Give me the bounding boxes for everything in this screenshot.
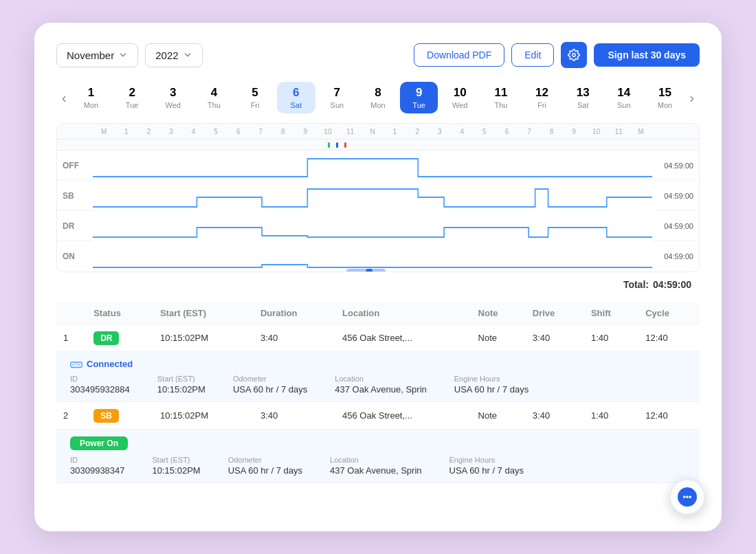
row-time-sb: 04:59:00 [652, 192, 699, 200]
ruler-tick: 4 [182, 128, 205, 135]
chevron-down-icon [183, 50, 192, 60]
row-label-off: OFF [57, 161, 93, 170]
row-shift: 1:40 [584, 324, 638, 352]
row-chart-on [93, 241, 652, 272]
ruler-tick: 4 [451, 128, 474, 135]
header-left: November 2022 [56, 43, 203, 67]
table-header-cell: Note [471, 302, 526, 324]
chevron-down-icon [118, 50, 128, 60]
ruler-tick: 5 [474, 128, 496, 135]
total-value: 04:59:00 [653, 279, 691, 290]
row-num: 1 [56, 324, 87, 352]
row-label-dr: DR [57, 221, 93, 231]
sub-info-row: Connected ID 303495932884 Start (EST) 10… [56, 352, 700, 402]
day-cell-2[interactable]: 2Tue [113, 82, 151, 113]
table-header-cell: Shift [584, 302, 638, 324]
ruler-tick: M [93, 128, 115, 135]
chat-button[interactable] [669, 479, 705, 515]
table-header-cell: Location [335, 302, 471, 324]
sub-engine-col: Engine Hours USA 60 hr / 7 days [454, 375, 529, 395]
row-duration: 3:40 [254, 324, 335, 352]
table-header-cell: Start (EST) [153, 302, 254, 324]
day-cell-4[interactable]: 4Thu [195, 82, 234, 113]
day-cell-15[interactable]: 15Mon [646, 82, 685, 113]
row-location: 456 Oak Street,... [335, 324, 471, 352]
row-chart-dr [93, 211, 652, 241]
ruler-tick: 1 [383, 128, 406, 135]
day-cell-8[interactable]: 8Mon [359, 82, 397, 113]
sign-last-30-button[interactable]: Sign last 30 days [594, 43, 700, 67]
sub-engine-col: Engine Hours USA 60 hr / 7 days [449, 456, 524, 476]
svg-rect-2 [366, 269, 373, 272]
ruler-tick: 10 [585, 128, 608, 135]
row-chart-sb [93, 181, 652, 211]
day-cells: 1Mon2Tue3Wed4Thu5Fri6Sat7Sun8Mon9Tue10We… [72, 82, 685, 113]
table-header-row: StatusStart (EST)DurationLocationNoteDri… [56, 302, 700, 324]
row-note: Note [471, 324, 526, 352]
edit-button[interactable]: Edit [511, 43, 554, 67]
timeline-row-dr: DR 04:59:00 [57, 211, 699, 241]
timeline-row-sb: SB 04:59:00 [57, 181, 699, 211]
status-badge: DR [93, 331, 119, 345]
ruler-tick: 9 [563, 128, 586, 135]
day-cell-10[interactable]: 10Wed [441, 82, 479, 113]
sub-id-col: ID 30309938347 [70, 456, 125, 476]
power-on-badge: Power On [70, 436, 128, 450]
year-dropdown[interactable]: 2022 [145, 43, 202, 67]
day-cell-13[interactable]: 13Sat [564, 82, 602, 113]
row-time-off: 04:59:00 [652, 162, 699, 170]
settings-button[interactable] [561, 42, 587, 68]
row-start: 10:15:02PM [153, 402, 254, 430]
sub-info-cols: ID 303495932884 Start (EST) 10:15:02PM O… [70, 375, 693, 395]
ruler-tick: 7 [249, 128, 272, 135]
ruler-tick: 8 [540, 128, 563, 135]
ruler-row: M1234567891011N1234567891011M [93, 124, 652, 139]
row-location: 456 Oak Street,... [335, 402, 471, 430]
total-row: Total: 04:59:00 [56, 272, 700, 296]
download-pdf-button[interactable]: Download PDF [414, 43, 504, 67]
next-arrow[interactable]: › [684, 90, 700, 106]
table-row: 2 SB 10:15:02PM 3:40 456 Oak Street,... … [56, 402, 700, 430]
day-cell-9[interactable]: 9Tue [400, 82, 438, 113]
table-row: 1 DR 10:15:02PM 3:40 456 Oak Street,... … [56, 324, 700, 352]
ruler-tick: 10 [317, 128, 340, 135]
row-time-dr: 04:59:00 [652, 222, 699, 230]
day-cell-14[interactable]: 14Sun [605, 82, 643, 113]
gear-icon [568, 49, 580, 61]
month-dropdown[interactable]: November [56, 43, 138, 67]
month-label: November [67, 49, 114, 61]
calendar-nav: ‹ 1Mon2Tue3Wed4Thu5Fri6Sat7Sun8Mon9Tue10… [56, 82, 700, 113]
row-drive: 3:40 [526, 324, 584, 352]
ruler-tick: 7 [518, 128, 541, 135]
log-table: StatusStart (EST)DurationLocationNoteDri… [56, 302, 700, 483]
sub-odometer-col: Odometer USA 60 hr / 7 days [233, 375, 307, 395]
prev-arrow[interactable]: ‹ [56, 90, 72, 106]
svg-point-5 [683, 496, 686, 498]
day-cell-12[interactable]: 12Fri [523, 82, 562, 113]
connected-label: Connected [70, 359, 693, 369]
sub-location-col: Location 437 Oak Avenue, Sprin [330, 456, 421, 476]
ruler-tick: 2 [137, 128, 160, 135]
chat-icon [678, 487, 697, 507]
sub-location-col: Location 437 Oak Avenue, Sprin [335, 375, 426, 395]
table-header-cell [56, 302, 87, 324]
ruler-tick: 1 [115, 128, 138, 135]
timeline-section: M1234567891011N1234567891011M OFF [56, 123, 700, 272]
status-badge: SB [93, 409, 119, 423]
year-label: 2022 [155, 49, 178, 61]
ruler-tick: M [630, 128, 653, 135]
sub-start-col: Start (EST) 10:15:02PM [157, 375, 205, 395]
day-cell-3[interactable]: 3Wed [154, 82, 192, 113]
day-cell-5[interactable]: 5Fri [236, 82, 274, 113]
table-header-cell: Drive [526, 302, 584, 324]
day-cell-6[interactable]: 6Sat [277, 82, 315, 113]
ruler-tick: 2 [406, 128, 429, 135]
total-label: Total: [623, 279, 649, 290]
day-cell-11[interactable]: 11Thu [482, 82, 520, 113]
day-cell-7[interactable]: 7Sun [318, 82, 357, 113]
row-status: DR [87, 324, 153, 352]
row-status: SB [87, 402, 153, 430]
header-right: Download PDF Edit Sign last 30 days [414, 42, 700, 68]
row-num: 2 [56, 402, 87, 430]
day-cell-1[interactable]: 1Mon [72, 82, 111, 113]
